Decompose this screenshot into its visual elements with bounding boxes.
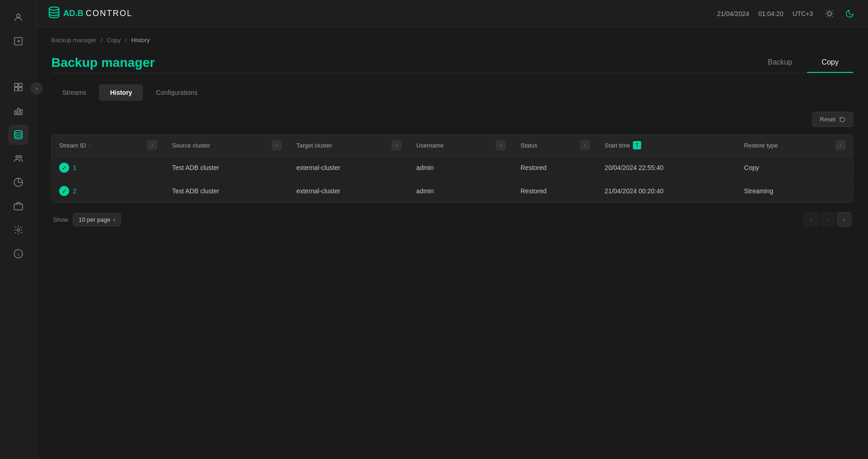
col-target-cluster: Target cluster › (289, 135, 409, 156)
per-page-value: 10 per page (79, 216, 110, 223)
page-header: Backup manager Backup Copy (51, 53, 853, 73)
sidebar-item-pie[interactable] (8, 172, 28, 192)
breadcrumb-copy[interactable]: Copy (107, 37, 121, 44)
svg-point-18 (828, 11, 831, 15)
stream-id-link[interactable]: 2 (73, 187, 77, 195)
svg-rect-2 (14, 83, 17, 87)
sidebar-item-chart[interactable] (8, 101, 28, 121)
col-status: Status › (513, 135, 598, 156)
check-icon: ✓ (59, 186, 69, 196)
svg-point-10 (16, 156, 18, 158)
expand-col-restore-type[interactable]: › (835, 140, 846, 150)
svg-point-0 (16, 14, 20, 17)
main-content: AD.B CONTROL 21/04/2024 01:04:20 UTC+3 (37, 0, 868, 459)
col-source-cluster: Source cluster › (165, 135, 289, 156)
sub-tab-streams[interactable]: Streams (51, 84, 97, 101)
svg-rect-8 (20, 109, 22, 115)
topbar-right: 21/04/2024 01:04:20 UTC+3 (717, 6, 857, 21)
expand-col-status[interactable]: › (580, 140, 590, 150)
sidebar-item-briefcase[interactable] (8, 196, 28, 216)
sidebar: › (0, 0, 37, 459)
svg-rect-5 (18, 87, 22, 91)
expand-col-target-cluster[interactable]: › (391, 140, 401, 150)
data-table-wrapper: Stream ID ↓ › Source cluster › (51, 134, 853, 203)
topbar: AD.B CONTROL 21/04/2024 01:04:20 UTC+3 (37, 0, 868, 27)
cell-status: Restored (513, 180, 598, 203)
table-header-row: Stream ID ↓ › Source cluster › (52, 135, 853, 156)
logo-text-ad: AD. (63, 9, 77, 18)
tab-copy[interactable]: Copy (807, 53, 853, 73)
col-stream-id: Stream ID ↓ › (52, 135, 165, 156)
page-title: Backup manager (51, 55, 155, 70)
cell-username: admin (409, 180, 513, 203)
svg-point-9 (14, 131, 22, 133)
reset-button[interactable]: Reset (812, 112, 853, 127)
svg-point-13 (17, 229, 20, 231)
cell-restore-type: Copy (737, 156, 853, 180)
sidebar-item-export[interactable] (8, 31, 28, 51)
sidebar-item-database[interactable] (8, 125, 28, 145)
data-table: Stream ID ↓ › Source cluster › (52, 135, 853, 202)
expand-col-stream-id[interactable]: › (147, 140, 157, 150)
svg-rect-3 (18, 83, 22, 87)
cell-username: admin (409, 156, 513, 180)
cell-status: Restored (513, 156, 598, 180)
check-icon: ✓ (59, 163, 69, 173)
sidebar-item-info[interactable] (8, 244, 28, 264)
breadcrumb-sep-2: / (125, 37, 127, 44)
cell-start-time: 20/04/2024 22:55:40 (597, 156, 736, 180)
reset-label: Reset (820, 116, 835, 123)
cell-stream-id: ✓ 1 (52, 156, 165, 180)
table-row: ✓ 1 Test ADB cluster external-cluster ad… (52, 156, 853, 180)
content-area: Backup manager / Copy / History Backup m… (37, 27, 868, 459)
sidebar-toggle[interactable]: › (31, 82, 43, 94)
header-divider (51, 73, 853, 73)
pagination-bar: Show 10 per page › « ‹ › (51, 212, 853, 227)
topbar-icons (822, 6, 857, 21)
table-body: ✓ 1 Test ADB cluster external-cluster ad… (52, 156, 853, 203)
topbar-date: 21/04/2024 (717, 10, 749, 17)
sub-tab-configurations[interactable]: Configurations (145, 84, 208, 101)
svg-rect-4 (14, 87, 17, 91)
cell-source-cluster: Test ADB cluster (165, 180, 289, 203)
topbar-timezone: UTC+3 (792, 10, 813, 17)
chevron-right-icon: › (113, 216, 115, 223)
sub-tab-history[interactable]: History (99, 84, 143, 101)
cell-stream-id: ✓ 2 (52, 180, 165, 203)
sort-icon-stream-id[interactable]: ↓ (89, 142, 92, 148)
moon-icon[interactable] (842, 6, 857, 21)
stream-id-link[interactable]: 1 (73, 164, 77, 171)
svg-rect-6 (14, 111, 16, 115)
sidebar-item-user[interactable] (8, 7, 28, 27)
cell-start-time: 21/04/2024 00:20:40 (597, 180, 736, 203)
expand-col-source-cluster[interactable]: › (272, 140, 282, 150)
show-label: Show (53, 216, 68, 223)
breadcrumb-backup-manager[interactable]: Backup manager (51, 37, 96, 44)
col-restore-type: Restore type › (737, 135, 853, 156)
first-page-button[interactable]: « (804, 212, 819, 227)
table-row: ✓ 2 Test ADB cluster external-cluster ad… (52, 180, 853, 203)
theme-toggle-icon[interactable] (822, 6, 837, 21)
per-page-select[interactable]: 10 per page › (73, 213, 121, 226)
next-page-button[interactable]: › (837, 212, 852, 227)
svg-point-11 (19, 156, 22, 158)
breadcrumb: Backup manager / Copy / History (51, 37, 853, 44)
svg-rect-7 (17, 109, 19, 115)
prev-page-button[interactable]: ‹ (820, 212, 835, 227)
tab-backup[interactable]: Backup (753, 53, 807, 73)
sidebar-item-grid[interactable] (8, 77, 28, 97)
cell-source-cluster: Test ADB cluster (165, 156, 289, 180)
expand-col-username[interactable]: › (496, 140, 506, 150)
page-tabs-right: Backup Copy (753, 53, 853, 73)
filter-icon-start-time[interactable]: T (633, 141, 641, 149)
logo-text-b: B (77, 9, 83, 18)
topbar-time: 01:04:20 (758, 10, 784, 17)
cell-restore-type: Streaming (737, 180, 853, 203)
sidebar-item-users[interactable] (8, 148, 28, 169)
sub-tabs: Streams History Configurations (51, 84, 853, 101)
cell-target-cluster: external-cluster (289, 180, 409, 203)
toolbar: Reset (51, 112, 853, 127)
logo-text: AD.B CONTROL (63, 9, 132, 18)
logo: AD.B CONTROL (48, 6, 132, 22)
sidebar-item-settings[interactable] (8, 220, 28, 240)
